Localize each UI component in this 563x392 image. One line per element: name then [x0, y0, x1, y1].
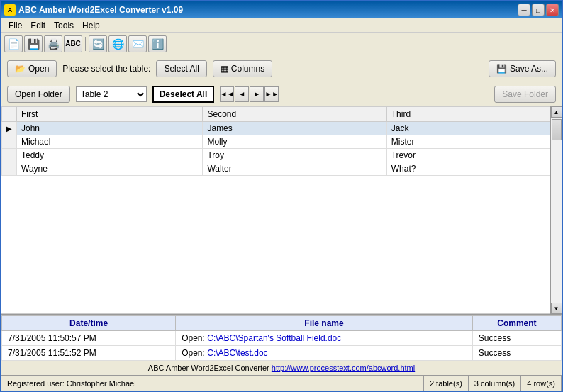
- col-second: Second: [203, 107, 386, 122]
- cell-second: Walter: [203, 162, 386, 176]
- save-folder-button[interactable]: Save Folder: [494, 86, 556, 103]
- title-buttons: ─ □ ✕: [518, 4, 559, 16]
- footer-link[interactable]: http://www.processtext.com/abcword.html: [272, 364, 415, 372]
- scroll-thumb[interactable]: [552, 119, 562, 140]
- toolbar-web[interactable]: 🌐: [108, 35, 127, 52]
- log-col-comment: Comment: [472, 316, 561, 331]
- nav-last[interactable]: ►►: [264, 86, 279, 102]
- empty-area: [1, 233, 550, 314]
- action-bar-1: 📂 Open Please select the table: Select A…: [1, 55, 562, 82]
- log-link-1[interactable]: C:\ABC\Spartan's Softball Field.doc: [207, 333, 341, 343]
- deselect-all-button[interactable]: Deselect All: [152, 86, 215, 103]
- content-area: 📂 Open Please select the table: Select A…: [1, 55, 562, 391]
- status-rows: 4 row(s): [521, 376, 562, 391]
- menu-edit[interactable]: Edit: [26, 19, 50, 32]
- save-as-button[interactable]: 💾 Save As...: [489, 60, 556, 77]
- row-indicator: [2, 162, 17, 176]
- menu-bar: File Edit Tools Help: [1, 18, 562, 33]
- open-button[interactable]: 📂 Open: [7, 60, 57, 77]
- columns-icon: ▦: [221, 64, 228, 74]
- log-prefix-2: Open:: [182, 348, 207, 358]
- menu-file[interactable]: File: [4, 19, 26, 32]
- status-bar: Registered user: Christopher Michael 2 t…: [1, 375, 562, 391]
- toolbar-save[interactable]: 💾: [24, 35, 43, 52]
- cell-first: Teddy: [17, 149, 203, 162]
- cell-second: Molly: [203, 135, 386, 149]
- log-col-datetime: Date/time: [2, 316, 176, 331]
- footer-text: ABC Amber Word2Excel Converter: [148, 364, 269, 372]
- save-icon: 💾: [496, 64, 507, 74]
- toolbar-refresh[interactable]: 🔄: [89, 35, 107, 52]
- title-bar: A ABC Amber Word2Excel Converter v1.09 ─…: [1, 1, 562, 18]
- toolbar-info[interactable]: ℹ️: [148, 35, 167, 52]
- log-datetime-1: 7/31/2005 11:50:57 PM: [2, 331, 176, 346]
- cell-first: John: [17, 122, 203, 135]
- toolbar-new[interactable]: 📄: [4, 35, 23, 52]
- select-table-label: Please select the table:: [62, 64, 150, 74]
- cell-third: What?: [386, 162, 550, 176]
- log-table: Date/time File name Comment 7/31/2005 11…: [1, 315, 562, 361]
- status-tables: 2 table(s): [424, 376, 469, 391]
- log-col-filename: File name: [176, 316, 473, 331]
- main-window: A ABC Amber Word2Excel Converter v1.09 ─…: [0, 0, 563, 392]
- nav-prev[interactable]: ◄: [235, 86, 249, 102]
- table-row[interactable]: Teddy Troy Trevor: [2, 149, 550, 162]
- col-first: First: [17, 107, 203, 122]
- toolbar-print[interactable]: 🖨️: [44, 35, 62, 52]
- col-indicator: [2, 107, 17, 122]
- cell-third: Trevor: [386, 149, 550, 162]
- log-row: 7/31/2005 11:51:52 PM Open: C:\ABC\test.…: [2, 346, 562, 361]
- cell-second: James: [203, 122, 386, 135]
- app-icon: A: [4, 4, 16, 16]
- status-columns: 3 column(s): [469, 376, 521, 391]
- toolbar-abc[interactable]: ABC: [64, 35, 82, 52]
- toolbar: 📄 💾 🖨️ ABC 🔄 🌐 ✉️ ℹ️: [1, 33, 562, 55]
- log-filename-1: Open: C:\ABC\Spartan's Softball Field.do…: [176, 331, 473, 346]
- table-row[interactable]: Michael Molly Mister: [2, 135, 550, 149]
- log-area: Date/time File name Comment 7/31/2005 11…: [1, 314, 562, 375]
- title-bar-left: A ABC Amber Word2Excel Converter v1.09: [4, 4, 183, 16]
- maximize-button[interactable]: □: [532, 4, 545, 16]
- columns-button[interactable]: ▦ Columns: [213, 60, 272, 77]
- open-folder-button[interactable]: Open Folder: [7, 86, 70, 103]
- log-comment-2: Success: [472, 346, 561, 361]
- minimize-button[interactable]: ─: [518, 4, 530, 16]
- log-comment-1: Success: [472, 331, 561, 346]
- col-third: Third: [386, 107, 550, 122]
- close-button[interactable]: ✕: [546, 4, 559, 16]
- window-title: ABC Amber Word2Excel Converter v1.09: [18, 5, 183, 15]
- cell-first: Michael: [17, 135, 203, 149]
- row-indicator: [2, 135, 17, 149]
- menu-help[interactable]: Help: [78, 19, 104, 32]
- table-dropdown[interactable]: Table 2 Table 1 Table 3: [76, 86, 147, 102]
- action-bar-2: Open Folder Table 2 Table 1 Table 3 Dese…: [1, 82, 562, 106]
- toolbar-sep1: [85, 37, 86, 51]
- menu-tools[interactable]: Tools: [50, 19, 78, 32]
- nav-buttons: ◄◄ ◄ ► ►►: [220, 86, 279, 102]
- cell-third: Mister: [386, 135, 550, 149]
- table-row[interactable]: ▶ John James Jack: [2, 122, 550, 135]
- cell-second: Troy: [203, 149, 386, 162]
- cell-first: Wayne: [17, 162, 203, 176]
- log-link-2[interactable]: C:\ABC\test.doc: [207, 348, 267, 358]
- scrollbar-vertical[interactable]: ▲ ▼: [550, 106, 562, 314]
- status-registered: Registered user: Christopher Michael: [1, 376, 424, 391]
- scroll-down-button[interactable]: ▼: [551, 303, 562, 314]
- table-area: First Second Third ▶ John James Jack: [1, 106, 562, 314]
- table-row[interactable]: Wayne Walter What?: [2, 162, 550, 176]
- log-filename-2: Open: C:\ABC\test.doc: [176, 346, 473, 361]
- data-table: First Second Third ▶ John James Jack: [1, 106, 550, 176]
- toolbar-email[interactable]: ✉️: [128, 35, 147, 52]
- scroll-up-button[interactable]: ▲: [551, 106, 562, 118]
- cell-third: Jack: [386, 122, 550, 135]
- table-scroll[interactable]: First Second Third ▶ John James Jack: [1, 106, 550, 233]
- footer: ABC Amber Word2Excel Converter http://ww…: [1, 361, 562, 375]
- row-indicator: [2, 149, 17, 162]
- select-all-button[interactable]: Select All: [156, 60, 206, 77]
- nav-next[interactable]: ►: [250, 86, 264, 102]
- log-row: 7/31/2005 11:50:57 PM Open: C:\ABC\Spart…: [2, 331, 562, 346]
- row-indicator: ▶: [2, 122, 17, 135]
- nav-first[interactable]: ◄◄: [220, 86, 234, 102]
- table-container: First Second Third ▶ John James Jack: [1, 106, 550, 314]
- log-prefix-1: Open:: [182, 333, 207, 343]
